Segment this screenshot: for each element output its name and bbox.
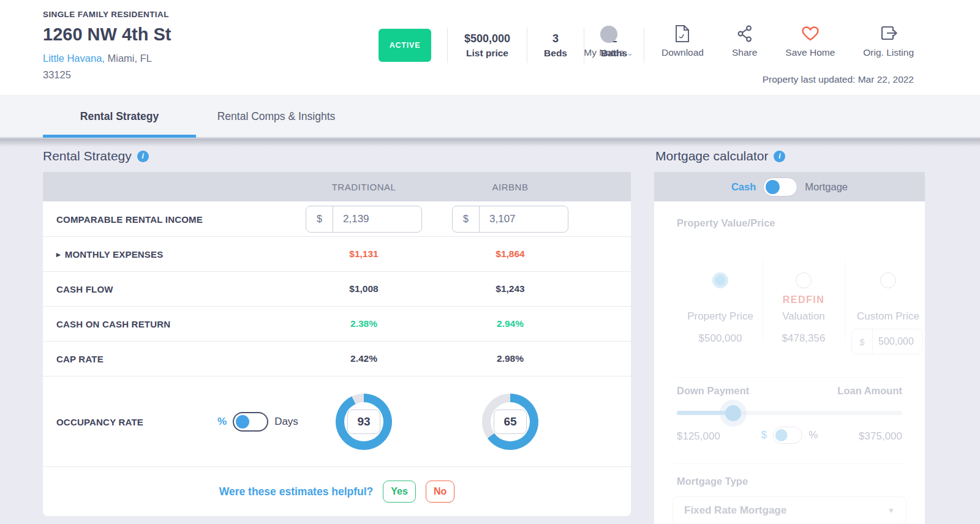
tab-rental-strategy[interactable]: Rental Strategy [43, 95, 196, 138]
divider [845, 260, 846, 340]
tab-bar: Rental Strategy Rental Comps & Insights [0, 95, 980, 138]
no-button[interactable]: No [426, 481, 454, 503]
traditional-cash-flow: $1,008 [306, 283, 422, 294]
pdf-file-icon [674, 24, 690, 43]
dollar-percent-toggle-group: $ % [761, 427, 818, 444]
airbnb-occupancy-value[interactable]: 65 [494, 410, 527, 434]
currency-symbol: $ [306, 206, 333, 232]
my-notes-button[interactable]: My Notes ⌄ [584, 26, 633, 58]
days-option[interactable]: Days [274, 416, 298, 428]
neighborhood-link[interactable]: Little Havana, [43, 53, 105, 64]
yes-button[interactable]: Yes [383, 481, 416, 503]
table-row-monthly-expenses: ▸ MONTHLY EXPENSES $1,131 $1,864 [43, 237, 631, 272]
mortgage-type-label: Mortgage Type [677, 476, 748, 487]
share-label: Share [732, 47, 757, 58]
stat-list-price: $500,000 List price [448, 32, 527, 59]
chevron-down-icon: ⌄ [627, 48, 633, 58]
valuation-label: Valuation [782, 310, 825, 323]
traditional-income-value[interactable]: 2,139 [333, 213, 421, 225]
download-button[interactable]: Download [662, 24, 704, 58]
valuation-value: $478,356 [782, 332, 826, 345]
radio-property-price[interactable] [712, 272, 728, 288]
traditional-expenses: $1,131 [306, 249, 422, 260]
traditional-income-input[interactable]: $ 2,139 [306, 206, 422, 233]
save-home-button[interactable]: Save Home [785, 24, 835, 58]
column-traditional: TRADITIONAL [306, 172, 422, 201]
my-notes-label: My Notes ⌄ [584, 47, 633, 58]
property-header: SINGLE FAMILY RESIDENTIAL 1260 NW 4th St… [0, 0, 980, 95]
divider [673, 377, 907, 378]
main-content: Rental Strategy i TRADITIONAL AIRBNB COM… [0, 138, 980, 524]
estimates-feedback: Were these estimates helpful? Yes No [43, 467, 631, 516]
external-listing-icon [880, 24, 898, 43]
last-updated-text: Property last updated: Mar 22, 2022 [763, 74, 914, 85]
percent-days-toggle[interactable] [233, 412, 268, 432]
dollar-percent-toggle[interactable] [773, 427, 802, 444]
airbnb-occupancy-donut: 65 [482, 394, 538, 450]
down-payment-label: Down Payment [677, 385, 749, 397]
orig-listing-label: Orig. Listing [863, 47, 914, 58]
redfin-logo: REDFIN [783, 294, 825, 305]
table-row-cap-rate: CAP RATE 2.42% 2.98% [43, 342, 631, 376]
row-label: COMPARABLE RENTAL INCOME [56, 214, 203, 224]
row-label: CAP RATE [56, 354, 104, 364]
share-icon [736, 24, 753, 43]
mortgage-option[interactable]: Mortgage [805, 181, 848, 193]
beds-value: 3 [544, 32, 567, 45]
down-payment-amount: $125,000 [677, 430, 720, 443]
percent-option[interactable]: % [217, 416, 227, 428]
mortgage-calculator-card: Cash Mortgage Property Value/Price REDFI… [654, 172, 925, 524]
info-icon[interactable]: i [137, 151, 149, 162]
list-price-value: $500,000 [464, 32, 510, 45]
beds-label: Beds [544, 48, 567, 59]
airbnb-income-value[interactable]: 3,107 [480, 213, 568, 225]
down-payment-slider[interactable] [677, 411, 902, 415]
orig-listing-button[interactable]: Orig. Listing [863, 24, 914, 58]
save-home-label: Save Home [785, 47, 835, 58]
row-label-expandable[interactable]: ▸ MONTHLY EXPENSES [56, 249, 163, 260]
table-row-comparable-rental-income: COMPARABLE RENTAL INCOME $ 2,139 $ 3,107 [43, 201, 631, 237]
info-icon[interactable]: i [774, 151, 785, 162]
loan-amount-label: Loan Amount [837, 385, 902, 397]
divider [763, 260, 763, 340]
table-row-cash-on-cash: CASH ON CASH RETURN 2.38% 2.94% [43, 307, 631, 342]
percent-option[interactable]: % [809, 429, 818, 441]
stat-beds: 3 Beds [527, 32, 584, 59]
airbnb-coc-return: 2.94% [452, 318, 568, 329]
notes-avatar-icon [600, 26, 617, 43]
row-label: CASH ON CASH RETURN [56, 319, 170, 329]
property-address: 1260 NW 4th St [43, 24, 172, 45]
share-button[interactable]: Share [732, 24, 757, 58]
custom-price-value[interactable]: 500,000 [873, 336, 922, 347]
row-label: CASH FLOW [56, 284, 113, 294]
list-price-label: List price [464, 48, 510, 59]
custom-price-input[interactable]: $ 500,000 [851, 329, 922, 354]
traditional-occupancy-value[interactable]: 93 [347, 410, 380, 434]
toggle-knob [766, 180, 780, 194]
traditional-coc-return: 2.38% [306, 318, 422, 329]
cash-option[interactable]: Cash [731, 181, 756, 193]
rental-strategy-title: Rental Strategy i [43, 149, 149, 163]
airbnb-income-input[interactable]: $ 3,107 [452, 206, 568, 233]
expand-arrow-icon: ▸ [56, 250, 61, 259]
toggle-knob [236, 415, 249, 429]
header-actions: My Notes ⌄ Download Share [584, 24, 914, 58]
cash-mortgage-toggle-bar: Cash Mortgage [654, 172, 925, 201]
toggle-knob [775, 429, 788, 441]
heart-icon [801, 24, 820, 43]
table-header: TRADITIONAL AIRBNB [43, 172, 631, 201]
dollar-option[interactable]: $ [761, 429, 767, 441]
airbnb-expenses: $1,864 [452, 249, 568, 260]
currency-symbol: $ [852, 329, 873, 354]
cash-mortgage-toggle[interactable] [763, 178, 797, 196]
tab-rental-comps[interactable]: Rental Comps & Insights [212, 95, 341, 138]
row-label: OCCUPANCY RATE [56, 416, 143, 427]
caret-down-icon: ▼ [888, 506, 895, 515]
radio-redfin-valuation[interactable] [796, 272, 812, 288]
slider-knob[interactable] [725, 405, 741, 421]
radio-custom-price[interactable] [880, 272, 896, 288]
feedback-question: Were these estimates helpful? [219, 485, 374, 498]
mortgage-type-dropdown[interactable]: Fixed Rate Mortgage ▼ [673, 496, 907, 524]
city-state: Miami, FL [108, 53, 152, 64]
property-zip: 33125 [43, 69, 71, 81]
